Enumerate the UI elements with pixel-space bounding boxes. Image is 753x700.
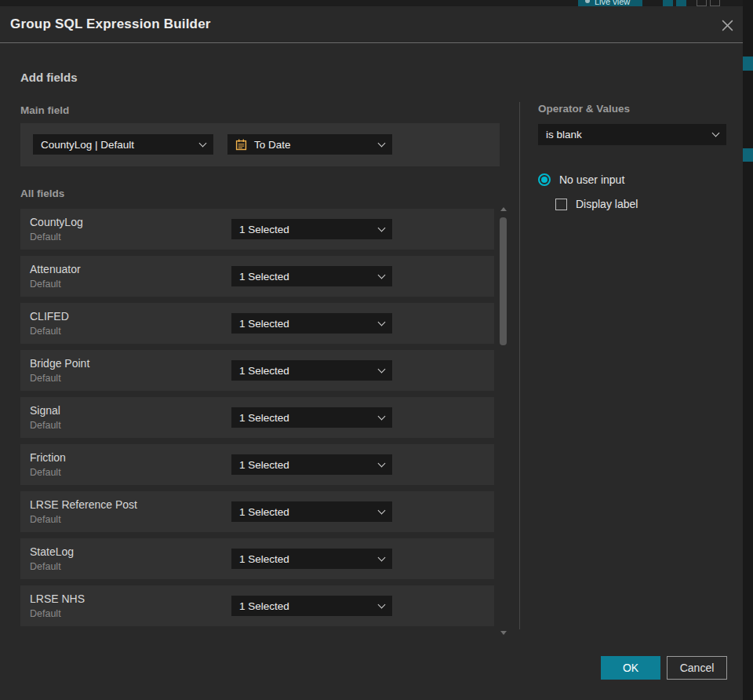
field-selected-dropdown[interactable]: 1 Selected <box>231 266 392 286</box>
field-selected-dropdown-label: 1 Selected <box>239 365 289 377</box>
field-row: CLIFED Default 1 Selected <box>20 303 494 344</box>
field-subtitle: Default <box>30 467 61 478</box>
chevron-down-icon <box>378 553 386 561</box>
field-selected-dropdown-label: 1 Selected <box>239 271 289 283</box>
field-selected-dropdown-label: 1 Selected <box>239 600 289 612</box>
chevron-down-icon <box>712 129 720 137</box>
no-user-input-radio[interactable]: No user input <box>538 173 624 186</box>
field-name: LRSE Reference Post <box>30 498 137 511</box>
dialog-title: Group SQL Expression Builder <box>0 16 211 32</box>
toolbar-box-icon[interactable] <box>676 0 686 6</box>
operator-dropdown[interactable]: is blank <box>538 124 726 145</box>
cancel-button[interactable]: Cancel <box>667 656 727 680</box>
no-user-input-label: No user input <box>559 173 624 186</box>
field-selected-dropdown-label: 1 Selected <box>239 506 289 518</box>
fields-scrollbar[interactable] <box>499 205 508 638</box>
field-name: Friction <box>30 451 66 464</box>
display-label-checkbox[interactable]: Display label <box>555 198 638 210</box>
field-subtitle: Default <box>30 373 61 384</box>
side-strip-item <box>743 57 753 71</box>
field-selected-dropdown[interactable]: 1 Selected <box>231 596 392 616</box>
panel-divider <box>519 102 520 629</box>
field-selected-dropdown-label: 1 Selected <box>239 553 289 565</box>
chevron-down-icon <box>378 459 386 467</box>
scroll-down-icon[interactable] <box>500 631 507 635</box>
field-selected-dropdown-label: 1 Selected <box>239 318 289 330</box>
all-fields-label: All fields <box>20 188 64 199</box>
field-name: StateLog <box>30 545 74 558</box>
field-subtitle: Default <box>30 608 61 619</box>
field-selected-dropdown-label: 1 Selected <box>239 459 289 471</box>
chevron-down-icon <box>199 139 207 147</box>
chevron-down-icon <box>378 271 386 279</box>
all-fields-list: CountyLog Default 1 Selected Attenuator … <box>20 209 494 626</box>
close-icon[interactable] <box>716 14 738 36</box>
field-name: CountyLog <box>30 216 83 228</box>
background-app-topbar: Live view <box>0 0 743 6</box>
field-name: Signal <box>30 404 60 417</box>
field-type-dropdown-value: To Date <box>254 139 291 151</box>
side-strip-item <box>743 148 753 162</box>
radio-selected-icon <box>538 173 551 186</box>
field-subtitle: Default <box>30 279 61 290</box>
chevron-down-icon <box>378 600 386 608</box>
field-row: Signal Default 1 Selected <box>20 397 494 438</box>
field-row: Attenuator Default 1 Selected <box>20 256 494 297</box>
live-view-button[interactable]: Live view <box>578 0 642 6</box>
field-row: LRSE NHS Default 1 Selected <box>20 585 494 626</box>
field-subtitle: Default <box>30 420 61 431</box>
field-subtitle: Default <box>30 561 61 572</box>
screen: Live view Group SQL Expression Builder A… <box>0 0 753 700</box>
field-selected-dropdown-label: 1 Selected <box>239 412 289 424</box>
calendar-icon <box>235 139 247 151</box>
chevron-down-icon <box>378 318 386 326</box>
toolbar-box-icon[interactable] <box>697 0 707 6</box>
live-view-label: Live view <box>595 0 630 5</box>
chevron-down-icon <box>378 139 386 147</box>
main-field-dropdown-value: CountyLog | Default <box>41 139 134 151</box>
field-selected-dropdown-label: 1 Selected <box>239 224 289 235</box>
main-field-panel: CountyLog | Default To Date <box>20 123 500 166</box>
main-field-dropdown[interactable]: CountyLog | Default <box>33 134 213 155</box>
field-subtitle: Default <box>30 326 61 337</box>
field-row: Friction Default 1 Selected <box>20 444 494 485</box>
field-row: Bridge Point Default 1 Selected <box>20 350 494 391</box>
field-row: LRSE Reference Post Default 1 Selected <box>20 491 494 532</box>
add-fields-heading: Add fields <box>20 71 78 84</box>
main-field-label: Main field <box>20 104 69 116</box>
operator-dropdown-value: is blank <box>546 129 582 140</box>
checkbox-unchecked-icon <box>555 199 567 210</box>
dialog-header: Group SQL Expression Builder <box>0 6 743 43</box>
toolbar-box-icon[interactable] <box>663 0 673 6</box>
field-selected-dropdown[interactable]: 1 Selected <box>231 454 392 475</box>
field-row: CountyLog Default 1 Selected <box>20 209 494 250</box>
field-selected-dropdown[interactable]: 1 Selected <box>231 360 392 381</box>
field-type-dropdown[interactable]: To Date <box>227 134 392 155</box>
live-dot-icon <box>585 0 590 3</box>
field-name: LRSE NHS <box>30 592 85 605</box>
background-app-side-strip <box>743 0 753 700</box>
field-subtitle: Default <box>30 514 61 525</box>
field-name: CLIFED <box>30 310 69 323</box>
chevron-down-icon <box>378 224 386 232</box>
field-subtitle: Default <box>30 232 61 242</box>
field-selected-dropdown[interactable]: 1 Selected <box>231 407 392 428</box>
chevron-down-icon <box>378 412 386 420</box>
ok-button[interactable]: OK <box>601 656 660 680</box>
chevron-down-icon <box>378 506 386 514</box>
operator-values-heading: Operator & Values <box>538 103 630 115</box>
group-sql-expression-builder-dialog: Group SQL Expression Builder Add fields … <box>0 6 743 700</box>
field-row: StateLog Default 1 Selected <box>20 538 494 579</box>
field-selected-dropdown[interactable]: 1 Selected <box>231 549 392 569</box>
field-name: Attenuator <box>30 263 81 275</box>
field-selected-dropdown[interactable]: 1 Selected <box>231 313 392 334</box>
field-selected-dropdown[interactable]: 1 Selected <box>231 219 392 239</box>
scroll-up-icon[interactable] <box>500 207 507 211</box>
display-label-label: Display label <box>576 198 638 210</box>
scrollbar-thumb[interactable] <box>500 217 507 345</box>
field-name: Bridge Point <box>30 357 89 370</box>
chevron-down-icon <box>378 365 386 373</box>
field-selected-dropdown[interactable]: 1 Selected <box>231 501 392 522</box>
toolbar-box-icon[interactable] <box>710 0 720 6</box>
